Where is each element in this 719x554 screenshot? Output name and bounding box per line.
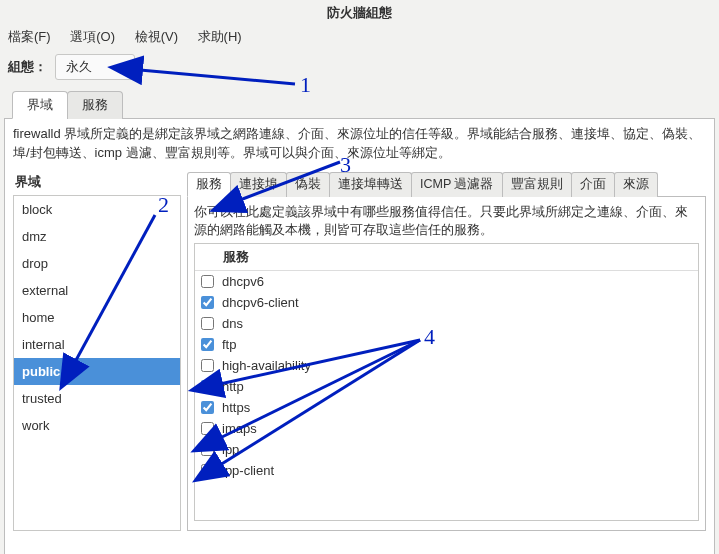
zone-item-work[interactable]: work bbox=[14, 412, 180, 439]
zone-item-block[interactable]: block bbox=[14, 196, 180, 223]
zone-item-home[interactable]: home bbox=[14, 304, 180, 331]
service-row-dhcpv6-client[interactable]: dhcpv6-client bbox=[195, 292, 698, 313]
service-row-http[interactable]: http bbox=[195, 376, 698, 397]
config-row: 組態： 永久 bbox=[0, 52, 719, 90]
inner-tab-ports[interactable]: 連接埠 bbox=[230, 172, 287, 197]
menu-file[interactable]: 檔案(F) bbox=[8, 29, 51, 44]
service-label: dhcpv6 bbox=[222, 274, 264, 289]
inner-body: 你可以在此處定義該界域中有哪些服務值得信任。只要此界域所綁定之連線、介面、來源的… bbox=[187, 196, 706, 531]
service-label: https bbox=[222, 400, 250, 415]
service-row-imaps[interactable]: imaps bbox=[195, 418, 698, 439]
service-label: ftp bbox=[222, 337, 236, 352]
service-row-high-availability[interactable]: high-availability bbox=[195, 355, 698, 376]
config-label: 組態： bbox=[8, 58, 47, 76]
inner-tab-icmp[interactable]: ICMP 過濾器 bbox=[411, 172, 503, 197]
inner-tabs: 服務 連接埠 偽裝 連接埠轉送 ICMP 過濾器 豐富規則 介面 來源 bbox=[187, 172, 706, 197]
service-label: http bbox=[222, 379, 244, 394]
inner-tab-iface[interactable]: 介面 bbox=[571, 172, 615, 197]
menu-bar: 檔案(F) 選項(O) 檢視(V) 求助(H) bbox=[0, 24, 719, 52]
service-checkbox-dhcpv6[interactable] bbox=[201, 275, 214, 288]
service-label: ipp bbox=[222, 442, 239, 457]
main-tabs: 界域 服務 bbox=[0, 91, 719, 119]
zone-list[interactable]: blockdmzdropexternalhomeinternalpublictr… bbox=[13, 195, 181, 531]
service-checkbox-http[interactable] bbox=[201, 380, 214, 393]
main-body: firewalld 界域所定義的是綁定該界域之網路連線、介面、來源位址的信任等級… bbox=[4, 118, 715, 554]
service-label: dhcpv6-client bbox=[222, 295, 299, 310]
service-row-dhcpv6[interactable]: dhcpv6 bbox=[195, 271, 698, 292]
service-checkbox-dns[interactable] bbox=[201, 317, 214, 330]
service-checkbox-high-availability[interactable] bbox=[201, 359, 214, 372]
service-checkbox-https[interactable] bbox=[201, 401, 214, 414]
service-row-ipp[interactable]: ipp bbox=[195, 439, 698, 460]
service-label: dns bbox=[222, 316, 243, 331]
inner-tab-services[interactable]: 服務 bbox=[187, 172, 231, 197]
zone-item-internal[interactable]: internal bbox=[14, 331, 180, 358]
zone-item-dmz[interactable]: dmz bbox=[14, 223, 180, 250]
service-row-ftp[interactable]: ftp bbox=[195, 334, 698, 355]
menu-help[interactable]: 求助(H) bbox=[198, 29, 242, 44]
zone-column: 界域 blockdmzdropexternalhomeinternalpubli… bbox=[13, 171, 181, 531]
service-checkbox-dhcpv6-client[interactable] bbox=[201, 296, 214, 309]
tab-services[interactable]: 服務 bbox=[67, 91, 123, 119]
zone-detail-column: 服務 連接埠 偽裝 連接埠轉送 ICMP 過濾器 豐富規則 介面 來源 你可以在… bbox=[187, 171, 706, 531]
service-checkbox-imaps[interactable] bbox=[201, 422, 214, 435]
inner-tab-source[interactable]: 來源 bbox=[614, 172, 658, 197]
config-value: 永久 bbox=[66, 59, 92, 74]
zone-item-trusted[interactable]: trusted bbox=[14, 385, 180, 412]
inner-tab-masq[interactable]: 偽裝 bbox=[286, 172, 330, 197]
service-label: ipp-client bbox=[222, 463, 274, 478]
config-combo[interactable]: 永久 bbox=[55, 54, 135, 80]
service-row-ipp-client[interactable]: ipp-client bbox=[195, 460, 698, 481]
menu-view[interactable]: 檢視(V) bbox=[135, 29, 178, 44]
zone-item-public[interactable]: public bbox=[14, 358, 180, 385]
service-checkbox-ipp-client[interactable] bbox=[201, 464, 214, 477]
window-title: 防火牆組態 bbox=[0, 0, 719, 24]
service-label: high-availability bbox=[222, 358, 311, 373]
zone-description: firewalld 界域所定義的是綁定該界域之網路連線、介面、來源位址的信任等級… bbox=[13, 125, 706, 163]
service-list[interactable]: 服務 dhcpv6dhcpv6-clientdnsftphigh-availab… bbox=[194, 243, 699, 521]
menu-options[interactable]: 選項(O) bbox=[70, 29, 115, 44]
inner-tab-portfwd[interactable]: 連接埠轉送 bbox=[329, 172, 412, 197]
zone-list-title: 界域 bbox=[13, 171, 181, 195]
service-label: imaps bbox=[222, 421, 257, 436]
service-header-label: 服務 bbox=[223, 248, 249, 266]
service-row-https[interactable]: https bbox=[195, 397, 698, 418]
inner-tab-rich[interactable]: 豐富規則 bbox=[502, 172, 572, 197]
tab-zones[interactable]: 界域 bbox=[12, 91, 68, 119]
service-checkbox-ftp[interactable] bbox=[201, 338, 214, 351]
service-description: 你可以在此處定義該界域中有哪些服務值得信任。只要此界域所綁定之連線、介面、來源的… bbox=[194, 203, 699, 239]
service-row-dns[interactable]: dns bbox=[195, 313, 698, 334]
zone-item-external[interactable]: external bbox=[14, 277, 180, 304]
service-checkbox-ipp[interactable] bbox=[201, 443, 214, 456]
service-list-header: 服務 bbox=[195, 244, 698, 271]
zone-item-drop[interactable]: drop bbox=[14, 250, 180, 277]
